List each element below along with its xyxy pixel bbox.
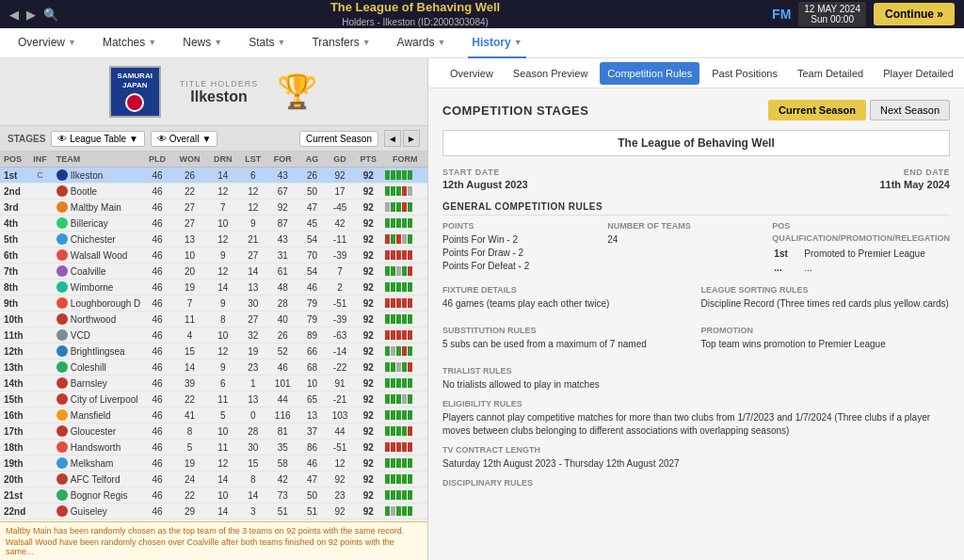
table-row[interactable]: 12th Brightlingsea 46 15 12 19 52 66 -14… — [0, 344, 427, 360]
team-name: Billericay — [71, 218, 108, 229]
nav-overview[interactable]: Overview ▼ — [14, 28, 80, 58]
for-cell: 73 — [267, 488, 298, 504]
team-cell[interactable]: Coalville — [53, 264, 143, 280]
next-season-button[interactable]: Next Season — [870, 100, 950, 120]
nav-news[interactable]: News ▼ — [179, 28, 226, 58]
table-row[interactable]: 15th City of Liverpool 46 22 11 13 44 65… — [0, 392, 427, 408]
search-icon[interactable]: 🔍 — [43, 8, 58, 22]
team-badge — [56, 201, 68, 213]
league-table-dropdown[interactable]: 👁 League Table ▼ — [51, 131, 145, 147]
team-cell[interactable]: Billericay — [53, 216, 143, 232]
table-row[interactable]: 9th Loughborough D 46 7 9 30 28 79 -51 9… — [0, 296, 427, 312]
team-cell[interactable]: Bootle — [53, 184, 143, 200]
drn-cell: 12 — [207, 456, 239, 472]
table-row[interactable]: 2nd Bootle 46 22 12 12 67 50 17 92 — [0, 184, 427, 200]
team-badge — [56, 281, 68, 293]
team-name: Guiseley — [71, 506, 107, 517]
fixture-block: FIXTURE DETAILS 46 games (teams play eac… — [442, 285, 692, 311]
table-row[interactable]: 5th Chichester 46 13 12 21 43 54 -11 92 — [0, 232, 427, 248]
team-cell[interactable]: Guiseley — [53, 504, 143, 520]
table-row[interactable]: 17th Gloucester 46 8 10 28 81 37 44 92 — [0, 424, 427, 440]
table-row[interactable]: 7th Coalville 46 20 12 14 61 54 7 92 — [0, 264, 427, 280]
for-cell: 67 — [267, 184, 298, 200]
table-row[interactable]: 21st Bognor Regis 46 22 10 14 73 50 23 9… — [0, 488, 427, 504]
team-cell[interactable]: Wimborne — [53, 280, 143, 296]
table-row[interactable]: 22nd Guiseley 46 29 14 3 51 51 92 92 — [0, 504, 427, 520]
team-cell[interactable]: Bognor Regis — [53, 488, 143, 504]
nav-stats[interactable]: Stats ▼ — [245, 28, 289, 58]
pld-cell: 46 — [142, 264, 171, 280]
table-row[interactable]: 20th AFC Telford 46 24 14 8 42 47 92 92 — [0, 472, 427, 488]
team-cell[interactable]: Chichester — [53, 232, 143, 248]
table-row[interactable]: 4th Billericay 46 27 10 9 87 45 42 92 — [0, 216, 427, 232]
next-arrow[interactable]: ► — [403, 130, 420, 147]
drn-cell: 10 — [207, 216, 239, 232]
team-cell[interactable]: Handsworth — [53, 440, 143, 456]
overall-dropdown[interactable]: 👁 Overall ▼ — [151, 131, 217, 147]
form-cell — [383, 312, 427, 328]
team-cell[interactable]: Loughborough D — [53, 296, 143, 312]
table-row[interactable]: 10th Northwood 46 11 8 27 40 79 -39 92 — [0, 312, 427, 328]
team-cell[interactable]: Melksham — [53, 456, 143, 472]
gd-cell: 17 — [326, 184, 354, 200]
nav-history[interactable]: History ▼ — [468, 28, 525, 58]
won-cell: 27 — [172, 200, 207, 216]
team-badge — [56, 329, 68, 341]
current-season-button[interactable]: Current Season — [768, 100, 866, 120]
team-cell[interactable]: Mansfield — [53, 408, 143, 424]
for-cell: 52 — [267, 344, 298, 360]
table-row[interactable]: 13th Coleshill 46 14 9 23 46 68 -22 92 — [0, 360, 427, 376]
table-row[interactable]: 8th Wimborne 46 19 14 13 48 46 2 92 — [0, 280, 427, 296]
team-cell[interactable]: Northwood — [53, 312, 143, 328]
points-value: Points For Win - 2Points For Draw - 2Poi… — [442, 233, 598, 273]
won-cell: 7 — [172, 296, 207, 312]
team-cell[interactable]: AFC Telford — [53, 472, 143, 488]
pld-cell: 46 — [142, 328, 171, 344]
team-badge — [56, 297, 68, 309]
table-row[interactable]: 11th VCD 46 4 10 32 26 89 -63 92 — [0, 328, 427, 344]
disciplinary-label: DISCIPLINARY RULES — [442, 478, 950, 488]
table-row[interactable]: 1st C Ilkeston 46 26 14 6 43 26 92 92 — [0, 168, 427, 184]
lst-cell: 13 — [239, 392, 267, 408]
team-cell[interactable]: Barnsley — [53, 376, 143, 392]
num-teams-value: 24 — [607, 233, 763, 247]
subnav-team-detailed[interactable]: Team Detailed — [790, 62, 871, 85]
table-row[interactable]: 16th Mansfield 46 41 5 0 116 13 103 92 — [0, 408, 427, 424]
team-cell[interactable]: Coleshill — [53, 360, 143, 376]
current-season-btn[interactable]: Current Season — [299, 131, 378, 147]
table-row[interactable]: 3rd Maltby Main 46 27 7 12 92 47 -45 92 — [0, 200, 427, 216]
team-cell[interactable]: Walsall Wood — [53, 248, 143, 264]
promo-pos-1: 1st — [774, 248, 802, 260]
pts-cell: 92 — [354, 488, 383, 504]
nav-transfers[interactable]: Transfers ▼ — [308, 28, 374, 58]
table-row[interactable]: 18th Handsworth 46 5 11 30 35 86 -51 92 — [0, 440, 427, 456]
forward-icon[interactable]: ▶ — [26, 8, 36, 22]
time-value: Sun 00:00 — [804, 14, 860, 24]
lst-cell: 30 — [239, 296, 267, 312]
team-cell[interactable]: Maltby Main — [53, 200, 143, 216]
table-row[interactable]: 6th Walsall Wood 46 10 9 27 31 70 -39 92 — [0, 248, 427, 264]
subnav-season-preview[interactable]: Season Preview — [506, 62, 596, 85]
table-row[interactable]: 14th Barnsley 46 39 6 1 101 10 91 92 — [0, 376, 427, 392]
inf-cell — [27, 296, 52, 312]
drn-cell: 14 — [207, 168, 239, 184]
continue-button[interactable]: Continue » — [874, 3, 955, 25]
table-row[interactable]: 19th Melksham 46 19 12 15 58 46 12 92 — [0, 456, 427, 472]
pld-cell: 46 — [142, 504, 171, 520]
lst-cell: 12 — [239, 200, 267, 216]
subnav-past-positions[interactable]: Past Positions — [704, 62, 785, 85]
team-cell[interactable]: Gloucester — [53, 424, 143, 440]
nav-awards[interactable]: Awards ▼ — [394, 28, 450, 58]
team-cell[interactable]: City of Liverpool — [53, 392, 143, 408]
nav-matches[interactable]: Matches ▼ — [99, 28, 160, 58]
subnav-overview[interactable]: Overview — [442, 62, 501, 85]
back-icon[interactable]: ◀ — [9, 8, 19, 22]
nav-awards-arrow: ▼ — [437, 38, 445, 47]
subnav-competition-rules[interactable]: Competition Rules — [600, 62, 699, 85]
subnav-player-detailed[interactable]: Player Detailed — [876, 62, 961, 85]
team-cell[interactable]: VCD — [53, 328, 143, 344]
prev-arrow[interactable]: ◄ — [384, 130, 401, 147]
team-cell[interactable]: Brightlingsea — [53, 344, 143, 360]
form-cell — [383, 472, 427, 488]
team-cell[interactable]: Ilkeston — [53, 168, 143, 184]
